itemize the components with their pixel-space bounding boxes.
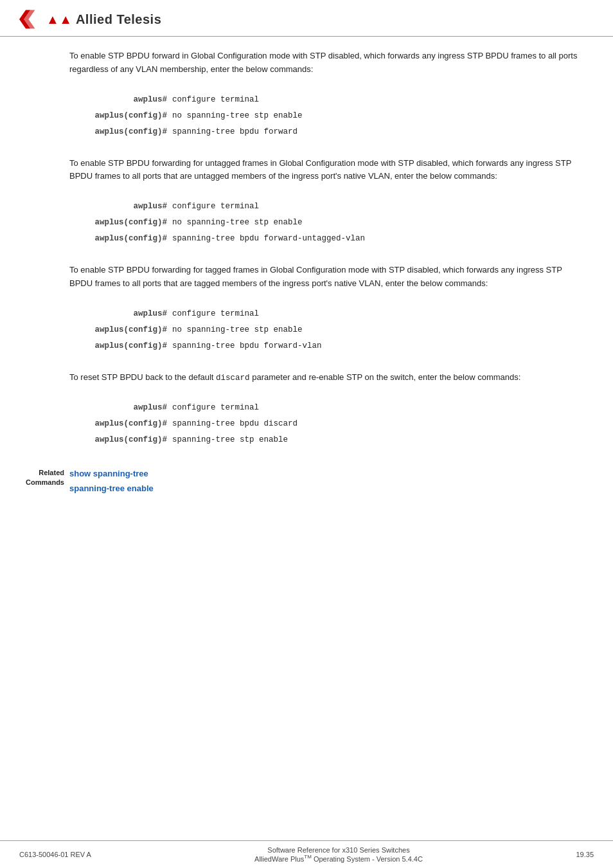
code-prompt: awplus#	[69, 306, 172, 322]
code-line: awplus# configure terminal	[69, 92, 574, 108]
code-cmd: configure terminal	[172, 92, 259, 108]
code-line: awplus(config)# no spanning-tree stp ena…	[69, 215, 574, 231]
code-prompt: awplus(config)#	[69, 108, 172, 124]
code-block-3: awplus# configure terminal awplus(config…	[69, 300, 587, 361]
code-cmd: configure terminal	[172, 306, 259, 322]
code-line: awplus# configure terminal	[69, 306, 574, 322]
code-block-1: awplus# configure terminal awplus(config…	[69, 86, 587, 147]
code-prompt: awplus(config)#	[69, 231, 172, 247]
code-cmd: spanning-tree bpdu forward	[172, 124, 298, 140]
code-cmd: no spanning-tree stp enable	[172, 108, 303, 124]
code-line: awplus(config)# spanning-tree bpdu disca…	[69, 416, 574, 432]
code-cmd: configure terminal	[172, 199, 259, 215]
code-prompt: awplus(config)#	[69, 322, 172, 338]
paragraph-1: To enable STP BPDU forward in Global Con…	[69, 50, 587, 77]
code-block-2: awplus# configure terminal awplus(config…	[69, 192, 587, 253]
code-line: awplus# configure terminal	[69, 400, 574, 416]
logo-icon	[19, 8, 42, 31]
code-line: awplus# configure terminal	[69, 199, 574, 215]
logo-text: ▲▲ Allied Telesis	[46, 12, 161, 27]
footer-right: 19.35	[555, 851, 594, 858]
footer-center: Software Reference for x310 Series Switc…	[122, 846, 555, 863]
code-line: awplus(config)# no spanning-tree stp ena…	[69, 108, 574, 124]
code-prompt: awplus(config)#	[69, 338, 172, 354]
code-cmd: spanning-tree bpdu discard	[172, 416, 298, 432]
code-prompt: awplus(config)#	[69, 215, 172, 231]
code-line: awplus(config)# spanning-tree bpdu forwa…	[69, 338, 574, 354]
code-line: awplus(config)# no spanning-tree stp ena…	[69, 322, 574, 338]
footer-left: C613-50046-01 REV A	[19, 851, 122, 858]
code-block-4: awplus# configure terminal awplus(config…	[69, 393, 587, 455]
related-link-spanning-tree-enable[interactable]: spanning-tree enable	[69, 482, 154, 496]
code-cmd: no spanning-tree stp enable	[172, 322, 303, 338]
code-prompt: awplus#	[69, 199, 172, 215]
code-line: awplus(config)# spanning-tree bpdu forwa…	[69, 231, 574, 247]
logo-area: ▲▲ Allied Telesis	[19, 8, 161, 31]
related-link-show-spanning-tree[interactable]: show spanning-tree	[69, 467, 154, 481]
paragraph-3: To enable STP BPDU forwarding for tagged…	[69, 264, 587, 291]
code-prompt: awplus(config)#	[69, 432, 172, 448]
code-prompt: awplus(config)#	[69, 416, 172, 432]
code-cmd: spanning-tree bpdu forward-untagged-vlan	[172, 231, 365, 247]
page-header: ▲▲ Allied Telesis	[0, 0, 613, 37]
page-wrapper: ▲▲ Allied Telesis To enable STP BPDU for…	[0, 0, 613, 868]
code-cmd: spanning-tree bpdu forward-vlan	[172, 338, 322, 354]
code-cmd: spanning-tree stp enable	[172, 432, 288, 448]
paragraph-4: To reset STP BPDU back to the default di…	[69, 371, 587, 384]
main-content: To enable STP BPDU forward in Global Con…	[0, 37, 613, 674]
code-prompt: awplus(config)#	[69, 124, 172, 140]
related-commands-label: Related Commands	[0, 467, 64, 487]
code-prompt: awplus#	[69, 92, 172, 108]
related-commands-section: Related Commands show spanning-tree span…	[69, 467, 587, 496]
code-cmd: no spanning-tree stp enable	[172, 215, 303, 231]
content-area: To enable STP BPDU forward in Global Con…	[0, 37, 613, 674]
code-line: awplus(config)# spanning-tree stp enable	[69, 432, 574, 448]
footer-subtitle: AlliedWare PlusTM Operating System - Ver…	[122, 854, 555, 863]
code-line: awplus(config)# spanning-tree bpdu forwa…	[69, 124, 574, 140]
code-prompt: awplus#	[69, 400, 172, 416]
page-footer: C613-50046-01 REV A Software Reference f…	[0, 840, 613, 868]
paragraph-2: To enable STP BPDU forwarding for untagg…	[69, 157, 587, 184]
footer-title: Software Reference for x310 Series Switc…	[122, 846, 555, 854]
related-links: show spanning-tree spanning-tree enable	[69, 467, 154, 496]
code-cmd: configure terminal	[172, 400, 259, 416]
